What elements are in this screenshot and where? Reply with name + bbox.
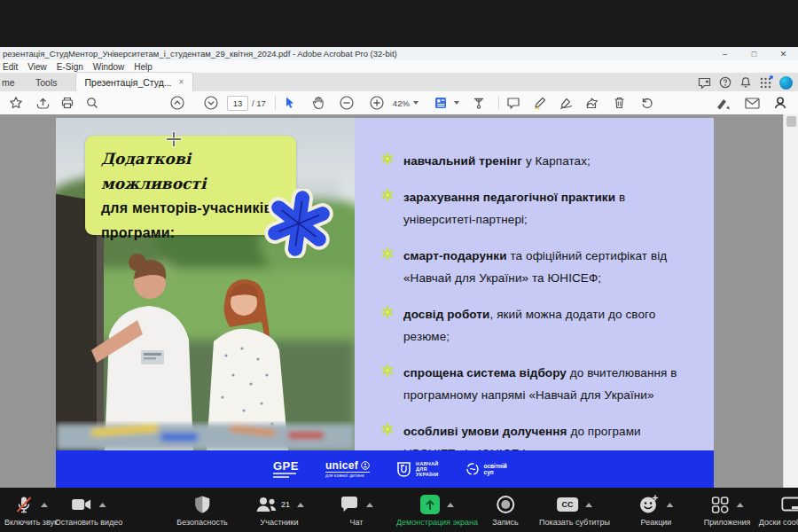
share-screen-icon <box>420 495 440 514</box>
teach-for-ukraine-logo: НАВЧАЙ ДЛЯ УКРАЇНИ <box>396 461 438 478</box>
gpe-logo-subtext <box>273 473 299 478</box>
zoom-out-icon[interactable] <box>336 93 357 113</box>
print-icon[interactable] <box>57 93 78 113</box>
tab-row: me Tools Презентація_Студ... × <box>0 73 798 91</box>
apps-options-chevron[interactable] <box>737 503 744 507</box>
letterbox-top <box>0 0 798 48</box>
previous-page-icon[interactable] <box>167 93 188 113</box>
unicef-logo-text: unicef <box>325 461 358 471</box>
video-camera-icon <box>71 497 92 512</box>
asterisk-bullet-icon <box>381 306 394 348</box>
reactions-options-chevron[interactable] <box>667 503 674 507</box>
participants-options-chevron[interactable] <box>297 503 304 507</box>
record-label: Запись <box>492 518 519 527</box>
list-item: спрощена система відбору до вчителювання… <box>381 362 692 406</box>
page-view-caret[interactable] <box>454 101 459 105</box>
hand-tool-icon[interactable] <box>308 93 329 113</box>
account-person-icon[interactable] <box>770 93 791 113</box>
favorite-star-icon[interactable] <box>5 93 27 113</box>
list-item: зарахування педагогічної практики в унів… <box>381 186 692 231</box>
participants-count: 21 <box>281 500 290 509</box>
sign-pen-icon[interactable] <box>556 93 577 113</box>
mic-options-chevron[interactable] <box>41 503 48 507</box>
subtitles-button[interactable]: CC Показать субтитры <box>539 494 610 527</box>
reactions-button[interactable]: Реакции <box>639 494 674 527</box>
tab-tools[interactable]: Tools <box>27 73 66 91</box>
bullet-text: смарт-подарунки та офіційний сертифікат … <box>403 245 692 289</box>
zoom-dropdown-caret[interactable] <box>413 101 419 105</box>
vertical-scrollbar[interactable] <box>783 114 798 488</box>
scrollbar-thumb[interactable] <box>786 116 796 127</box>
zoom-in-icon[interactable] <box>366 93 387 113</box>
apps-button[interactable]: Приложения <box>704 494 751 527</box>
page-total-label: / 17 <box>252 98 266 108</box>
gpe-logo-text: GPE <box>273 461 299 471</box>
window-title: резентація_СтудМентор_Університетам_і_ст… <box>3 49 397 59</box>
menu-window[interactable]: Window <box>93 62 125 72</box>
page-view-icon[interactable] <box>431 93 452 113</box>
tab-document[interactable]: Презентація_Студ... × <box>75 72 194 91</box>
gpe-logo: GPE <box>273 461 299 478</box>
send-export-icon[interactable] <box>583 93 604 113</box>
apps-grid-icon[interactable] <box>760 77 771 89</box>
email-icon[interactable] <box>741 93 763 113</box>
list-item: навчальний тренінг у Карпатах; <box>381 150 692 172</box>
unmute-label: Включить звук <box>4 518 58 527</box>
participants-label: Участники <box>260 518 298 527</box>
menu-esign[interactable]: E-Sign <box>57 62 83 72</box>
menu-view[interactable]: View <box>27 62 47 72</box>
unmute-button[interactable]: Включить звук <box>4 494 58 527</box>
select-pointer-icon[interactable] <box>279 93 301 113</box>
page-number-input[interactable]: 13 <box>227 96 248 111</box>
record-button[interactable]: Запись <box>492 494 519 527</box>
share-screen-button[interactable]: Демонстрация экрана <box>396 494 478 527</box>
comment-icon[interactable] <box>503 93 524 113</box>
share-options-chevron[interactable] <box>447 503 454 507</box>
stop-video-button[interactable]: Остановить видео <box>55 494 123 527</box>
chat-options-chevron[interactable] <box>366 503 373 507</box>
maximize-button[interactable]: □ <box>739 47 769 60</box>
blue-asterisk-decoration <box>264 189 333 258</box>
whiteboards-button[interactable]: Доски сообщений <box>759 494 798 527</box>
help-icon[interactable] <box>719 76 732 89</box>
tab-close-icon[interactable]: × <box>179 77 184 87</box>
teach-for-ukraine-emblem-icon <box>396 461 411 478</box>
delete-trash-icon[interactable] <box>609 93 630 113</box>
unicef-emblem-icon <box>361 461 370 470</box>
reactions-label: Реакции <box>641 518 672 527</box>
asterisk-bullet-icon <box>381 189 394 231</box>
apps-label: Приложения <box>704 518 751 527</box>
document-area: навчальний тренінг у Карпатах; зарахуван… <box>0 114 798 488</box>
notifications-bell-icon[interactable] <box>739 76 752 89</box>
participants-button[interactable]: 21 Участники <box>254 494 304 527</box>
next-page-icon[interactable] <box>200 93 222 113</box>
screen: резентація_СтудМентор_Університетам_і_ст… <box>0 0 798 532</box>
pdf-slide: навчальний тренінг у Карпатах; зарахуван… <box>56 118 714 488</box>
feedback-icon[interactable] <box>698 77 711 89</box>
stop-video-label: Остановить видео <box>55 518 123 527</box>
minimize-button[interactable]: – <box>710 47 739 60</box>
video-options-chevron[interactable] <box>99 503 106 507</box>
cc-icon: CC <box>557 497 578 512</box>
menu-edit[interactable]: Edit <box>3 62 18 72</box>
acrobat-titlebar: резентація_СтудМентор_Університетам_і_ст… <box>0 47 798 60</box>
highlight-pencil-icon[interactable] <box>529 93 551 113</box>
subtitles-options-chevron[interactable] <box>585 503 592 507</box>
presenter-tool-icon[interactable] <box>468 93 489 113</box>
user-avatar[interactable] <box>779 76 793 90</box>
asterisk-bullet-icon <box>381 364 394 406</box>
tab-home[interactable]: me <box>0 73 27 91</box>
zoom-level-value[interactable]: 42% <box>393 98 410 108</box>
share-screen-label: Демонстрация экрана <box>396 518 478 527</box>
share-upload-icon[interactable] <box>32 93 53 113</box>
asterisk-bullet-icon <box>381 247 394 289</box>
search-icon[interactable] <box>82 93 103 113</box>
close-button[interactable]: ✕ <box>769 47 798 60</box>
whiteboards-label: Доски сообщений <box>759 518 798 527</box>
chat-button[interactable]: Чат <box>340 494 373 527</box>
security-button[interactable]: Безопасность <box>176 494 227 527</box>
osvitniy-sup-emblem-icon <box>466 462 480 476</box>
undo-icon[interactable] <box>636 93 657 113</box>
pen-tools-icon[interactable] <box>713 93 734 113</box>
menu-help[interactable]: Help <box>134 62 153 72</box>
